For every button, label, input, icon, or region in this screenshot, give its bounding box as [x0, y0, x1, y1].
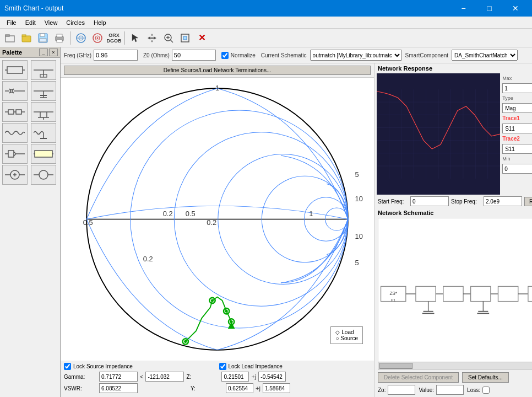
palette-item-1[interactable]	[2, 60, 28, 80]
svg-rect-118	[416, 286, 436, 301]
palette-minimize-button[interactable]: _	[39, 49, 48, 56]
svg-marker-17	[148, 34, 156, 42]
palette-close-button[interactable]: ×	[49, 49, 58, 56]
delete-button[interactable]: ✕	[194, 30, 209, 46]
max-label: Max	[502, 76, 532, 81]
z0-input[interactable]	[172, 50, 216, 61]
menu-file[interactable]: File	[2, 18, 21, 27]
close-button[interactable]: ✕	[503, 0, 528, 17]
gamma-value-input[interactable]	[99, 372, 138, 382]
smith-legend: ◇ Load ○ Source	[330, 326, 363, 344]
min-label: Min	[502, 156, 532, 162]
svg-text:0.5: 0.5	[83, 218, 93, 227]
minimize-button[interactable]: −	[451, 0, 476, 17]
menu-view[interactable]: View	[40, 18, 62, 27]
freq-reset-button[interactable]: Reset	[524, 197, 532, 206]
type-select[interactable]: Mag	[502, 103, 532, 113]
value-input[interactable]	[436, 385, 464, 395]
lock-source-checkbox[interactable]	[64, 363, 71, 370]
title-bar: Smith Chart - output − □ ✕	[0, 0, 532, 17]
schematic-select[interactable]: outmatch [MyLibrary_lib:outmatc	[310, 50, 402, 61]
svg-point-91	[211, 299, 214, 302]
smith-circle-button[interactable]	[73, 30, 89, 46]
max-input[interactable]	[502, 83, 532, 93]
stop-freq-input[interactable]	[484, 196, 522, 206]
min-input[interactable]	[502, 164, 532, 174]
palette-item-9[interactable]	[2, 144, 28, 164]
menu-help[interactable]: Help	[89, 18, 111, 27]
palette-item-4[interactable]	[31, 81, 56, 101]
palette-header: Palette _ ×	[0, 47, 60, 58]
folder-button[interactable]	[19, 30, 34, 46]
maximize-button[interactable]: □	[477, 0, 502, 17]
schematic-area[interactable]: ZS* P1	[378, 218, 532, 370]
set-defaults-button[interactable]: Set Defaults...	[462, 372, 509, 383]
gamma-angle-input[interactable]	[145, 372, 184, 382]
palette-item-10[interactable]	[31, 144, 56, 164]
target-button[interactable]	[90, 30, 105, 46]
move-button[interactable]	[144, 30, 160, 46]
svg-line-19	[171, 40, 173, 42]
svg-text:ZS*: ZS*	[389, 291, 397, 296]
middle-layout: Define Source/Load Network Terminations.…	[61, 63, 532, 397]
palette-item-2[interactable]	[31, 60, 56, 80]
y-j-input[interactable]	[263, 383, 290, 393]
cursor-button[interactable]	[128, 30, 143, 46]
define-terminations-button[interactable]: Define Source/Load Network Terminations.…	[64, 66, 371, 75]
menu-bar: File Edit View Circles Help	[0, 17, 532, 29]
vswr-value-input[interactable]	[99, 383, 138, 393]
palette-item-5[interactable]	[2, 102, 28, 122]
type-label: Type	[502, 95, 532, 101]
palette-item-3[interactable]	[2, 81, 28, 101]
z-value-input[interactable]	[221, 372, 249, 382]
svg-text:1: 1	[215, 84, 219, 92]
svg-text:P1: P1	[391, 298, 396, 303]
open-folder-button[interactable]	[2, 30, 18, 46]
palette-grid	[0, 58, 60, 187]
svg-rect-132	[528, 286, 532, 301]
svg-rect-23	[183, 36, 187, 40]
zo-input[interactable]	[388, 385, 415, 395]
window-title: Smith Chart - output	[4, 4, 63, 12]
delete-selected-button[interactable]: Delete Selected Component	[378, 372, 459, 383]
zoom-button[interactable]	[161, 30, 176, 46]
value-label: Value:	[419, 387, 434, 393]
lock-load-checkbox[interactable]	[219, 363, 226, 370]
normalize-group: Normalize	[221, 52, 256, 59]
freq-input[interactable]	[94, 50, 138, 61]
save-button[interactable]	[35, 30, 51, 46]
schematic-hscrollbar[interactable]	[378, 362, 532, 369]
response-controls: Max Type Mag Trace1 S11 Trace2 S11	[500, 73, 532, 195]
menu-circles[interactable]: Circles	[62, 18, 89, 27]
normalize-label: Normalize	[231, 52, 256, 58]
gamma-row: Gamma: < Z: +j	[64, 372, 371, 382]
loss-checkbox[interactable]	[482, 387, 490, 394]
palette-item-11[interactable]	[2, 165, 28, 185]
print-button[interactable]	[52, 30, 67, 46]
start-freq-input[interactable]	[410, 196, 449, 206]
palette-item-6[interactable]	[31, 102, 56, 122]
svg-rect-8	[57, 34, 62, 37]
smith-chart-container[interactable]: 1 1 0.2 0.5 5 5 10 10 5 5	[61, 78, 374, 361]
smart-component-select[interactable]: DA_SmithChartMatch1	[452, 50, 518, 61]
trace2-select[interactable]: S11	[502, 144, 532, 154]
zo-group: Zo:	[378, 385, 415, 395]
normalize-checkbox[interactable]	[221, 52, 229, 59]
fit-button[interactable]	[177, 30, 193, 46]
schematic-section: Network Schematic ZS* P1	[374, 208, 532, 370]
response-chart-svg	[377, 73, 500, 195]
load-legend: ◇ Load	[335, 329, 358, 335]
y-value-input[interactable]	[226, 383, 253, 393]
svg-rect-6	[40, 39, 46, 42]
schematic-svg: ZS* P1	[378, 218, 532, 369]
orx-button[interactable]: ORXDGOB	[106, 30, 122, 46]
svg-rect-9	[57, 40, 62, 42]
palette-item-12[interactable]	[31, 165, 56, 185]
z-j-input[interactable]	[258, 372, 286, 382]
trace1-select[interactable]: S11	[502, 124, 532, 133]
loss-group: Loss:	[467, 387, 490, 394]
palette-item-8[interactable]	[31, 123, 56, 143]
response-chart-area: Max Type Mag Trace1 S11 Trace2 S11	[374, 73, 532, 195]
palette-item-7[interactable]	[2, 123, 28, 143]
menu-edit[interactable]: Edit	[21, 18, 40, 27]
